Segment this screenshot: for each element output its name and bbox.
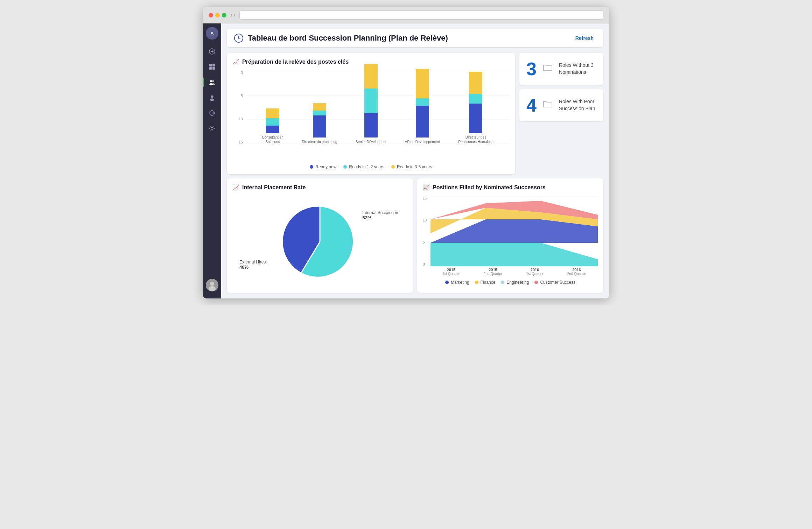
url-bar[interactable] (239, 10, 603, 20)
bar-segment-3-5 (266, 108, 279, 118)
user-avatar[interactable] (206, 279, 218, 291)
svg-rect-6 (212, 67, 215, 70)
bar-segment-ready-now (469, 104, 482, 133)
x-label-2016-q2: 2016 2nd Quarter (567, 268, 586, 276)
svg-point-16 (211, 127, 213, 129)
area-chart-container: 0 5 10 15 (423, 196, 598, 285)
y-axis: 15 10 5 0 (232, 71, 245, 144)
bar-segment-1-2 (364, 89, 378, 113)
bar-stack-3 (364, 64, 378, 137)
bar-segment-ready-now (313, 115, 326, 137)
legend-customer-success: Customer Success (534, 280, 575, 285)
internal-label: Internal Successors: 52% (362, 210, 400, 220)
forward-button[interactable]: › (234, 12, 236, 18)
bar-chart-card: 📈 Préparation de la relève des postes cl… (227, 53, 515, 174)
folder-icon-poor-plan (542, 99, 553, 112)
bar-segment-3-5 (416, 69, 429, 98)
bar-group-2: Directeur du marketing (302, 103, 337, 144)
bar-segment-1-2 (266, 118, 279, 126)
legend-engineering: Engineering (501, 280, 529, 285)
svg-point-19 (209, 286, 216, 291)
area-chart-svg (430, 196, 598, 266)
legend-finance: Finance (475, 280, 496, 285)
kpi-card-nominations: 3 Roles Without 3 Nominations (519, 53, 603, 85)
sidebar-avatar[interactable]: A (206, 27, 218, 40)
area-chart-card: 📈 Positions Filled by Nominated Successo… (417, 178, 603, 293)
bar-stack-2 (313, 103, 326, 137)
area-chart-icon: 📈 (423, 184, 430, 191)
svg-point-8 (212, 80, 214, 82)
refresh-button[interactable]: Refresh (573, 34, 596, 42)
svg-rect-3 (209, 64, 212, 66)
kpi-number-nominations: 3 (526, 60, 537, 78)
minimize-button[interactable] (215, 13, 220, 17)
folder-icon-nominations (542, 62, 553, 76)
pie-chart-svg (281, 203, 358, 280)
legend-ready-now: Ready now (310, 164, 336, 169)
bar-label-2: Directeur du marketing (302, 140, 337, 144)
nav-arrows: ‹ › (231, 12, 235, 18)
sidebar-item-dashboard[interactable] (206, 61, 218, 73)
x-label-2015-q2: 2015 2nd Quarter (484, 268, 502, 276)
legend-1-2: Ready in 1-2 years (343, 164, 384, 169)
legend-dot-finance (475, 281, 478, 284)
bar-chart-legend: Ready now Ready in 1-2 years Ready in 3-… (232, 164, 510, 169)
close-button[interactable] (209, 13, 213, 17)
bar-stack-5 (469, 72, 482, 133)
svg-point-10 (211, 83, 215, 85)
legend-dot-engineering (501, 281, 504, 284)
svg-rect-4 (212, 64, 215, 66)
legend-dot-ready-now (310, 165, 313, 169)
bar-stack-1 (266, 108, 279, 133)
bar-stack-4 (416, 69, 429, 137)
bar-segment-1-2 (313, 111, 326, 115)
bar-segment-3-5 (313, 103, 326, 111)
bar-segment-1-2 (416, 98, 429, 106)
kpi-card-poor-plan: 4 Roles With Poor Succession Plan (519, 89, 603, 121)
maximize-button[interactable] (222, 13, 226, 17)
page-title: Tableau de bord Succession Planning (Pla… (248, 34, 448, 43)
kpi-number-poor-plan: 4 (526, 96, 537, 114)
svg-point-21 (238, 37, 239, 39)
bar-segment-3-5 (469, 72, 482, 94)
sidebar-item-globe[interactable] (206, 107, 218, 119)
svg-point-7 (210, 80, 212, 82)
sidebar-item-add[interactable] (206, 45, 218, 58)
bar-segment-ready-now (364, 113, 378, 137)
legend-marketing: Marketing (445, 280, 469, 285)
browser-window: ‹ › A (203, 7, 609, 298)
svg-point-11 (211, 96, 214, 98)
sidebar-item-people[interactable] (206, 76, 218, 89)
bar-label-1: Consultant enSolutions (262, 135, 284, 144)
back-button[interactable]: ‹ (231, 12, 232, 18)
sidebar: A (203, 23, 221, 298)
legend-dot-marketing (445, 281, 449, 284)
legend-dot-1-2 (343, 165, 347, 169)
bar-chart-container: 15 10 5 0 (232, 71, 510, 169)
x-label-2015-q1: 2015 1st Quarter (442, 268, 460, 276)
legend-3-5: Ready in 3-5 years (391, 164, 432, 169)
bar-group-5: Directeur desRessources Humaines (458, 72, 493, 144)
bar-segment-3-5 (364, 64, 378, 89)
external-label: External Hires: 48% (239, 260, 267, 270)
svg-point-18 (210, 282, 214, 286)
sidebar-item-person[interactable] (206, 91, 218, 104)
area-chart-legend: Marketing Finance Engineering (423, 280, 598, 285)
bar-label-5: Directeur desRessources Humaines (458, 135, 493, 144)
pie-chart-card: 📈 Internal Placement Rate (227, 178, 413, 293)
area-chart-title: 📈 Positions Filled by Nominated Successo… (423, 184, 598, 191)
bar-segment-ready-now (416, 106, 429, 137)
bottom-row: 📈 Internal Placement Rate (227, 178, 603, 293)
chart-icon: 📈 (232, 58, 239, 65)
legend-dot-customer-success (534, 281, 538, 284)
main-content: Tableau de bord Succession Planning (Pla… (221, 23, 609, 298)
area-x-labels: 2015 1st Quarter 2015 2nd Quarter 2016 1… (430, 268, 598, 276)
bars-area: Consultant enSolutions Directe (246, 71, 510, 144)
sidebar-item-settings[interactable] (206, 122, 218, 135)
bar-group-3: Senior Développeur (356, 64, 386, 144)
area-y-axis: 0 5 10 15 (423, 196, 430, 266)
bar-segment-1-2 (469, 94, 482, 104)
pie-chart-icon: 📈 (232, 184, 239, 191)
bar-label-3: Senior Développeur (356, 140, 386, 144)
app-layout: A (203, 23, 609, 298)
